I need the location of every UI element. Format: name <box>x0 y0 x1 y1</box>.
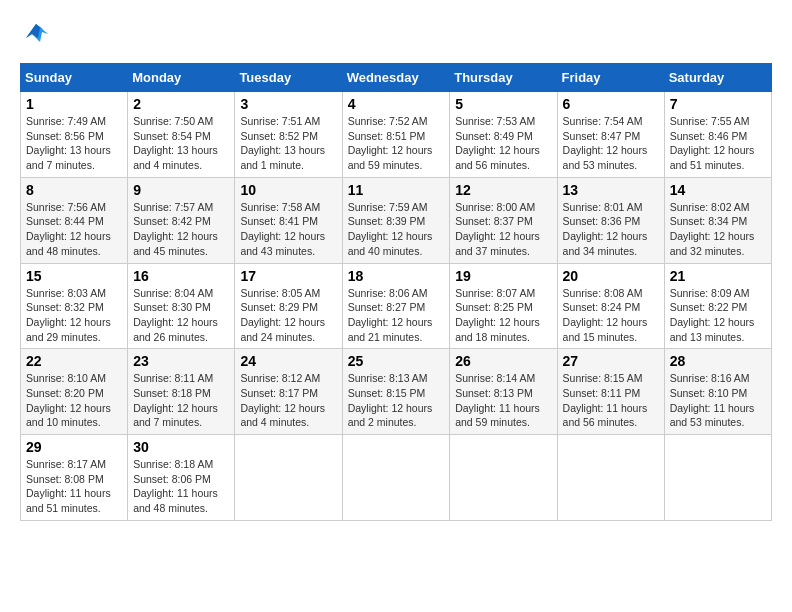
logo-bird-icon <box>22 20 50 48</box>
calendar-cell <box>557 435 664 521</box>
day-number: 15 <box>26 268 122 284</box>
calendar-cell <box>450 435 557 521</box>
header-day-friday: Friday <box>557 64 664 92</box>
calendar-cell: 27 Sunrise: 8:15 AMSunset: 8:11 PMDaylig… <box>557 349 664 435</box>
header-row: SundayMondayTuesdayWednesdayThursdayFrid… <box>21 64 772 92</box>
header-day-sunday: Sunday <box>21 64 128 92</box>
day-number: 23 <box>133 353 229 369</box>
day-info: Sunrise: 7:51 AMSunset: 8:52 PMDaylight:… <box>240 115 325 171</box>
day-number: 19 <box>455 268 551 284</box>
calendar-cell: 6 Sunrise: 7:54 AMSunset: 8:47 PMDayligh… <box>557 92 664 178</box>
calendar-cell: 10 Sunrise: 7:58 AMSunset: 8:41 PMDaylig… <box>235 177 342 263</box>
day-info: Sunrise: 8:05 AMSunset: 8:29 PMDaylight:… <box>240 287 325 343</box>
calendar-header: SundayMondayTuesdayWednesdayThursdayFrid… <box>21 64 772 92</box>
day-number: 20 <box>563 268 659 284</box>
calendar-cell: 13 Sunrise: 8:01 AMSunset: 8:36 PMDaylig… <box>557 177 664 263</box>
day-info: Sunrise: 7:56 AMSunset: 8:44 PMDaylight:… <box>26 201 111 257</box>
day-number: 26 <box>455 353 551 369</box>
day-number: 4 <box>348 96 445 112</box>
day-info: Sunrise: 7:55 AMSunset: 8:46 PMDaylight:… <box>670 115 755 171</box>
day-info: Sunrise: 8:08 AMSunset: 8:24 PMDaylight:… <box>563 287 648 343</box>
week-row-2: 8 Sunrise: 7:56 AMSunset: 8:44 PMDayligh… <box>21 177 772 263</box>
day-number: 1 <box>26 96 122 112</box>
day-info: Sunrise: 8:07 AMSunset: 8:25 PMDaylight:… <box>455 287 540 343</box>
day-info: Sunrise: 8:04 AMSunset: 8:30 PMDaylight:… <box>133 287 218 343</box>
header-day-tuesday: Tuesday <box>235 64 342 92</box>
header-day-monday: Monday <box>128 64 235 92</box>
logo <box>20 20 50 53</box>
calendar-body: 1 Sunrise: 7:49 AMSunset: 8:56 PMDayligh… <box>21 92 772 521</box>
day-number: 14 <box>670 182 766 198</box>
calendar-cell: 11 Sunrise: 7:59 AMSunset: 8:39 PMDaylig… <box>342 177 450 263</box>
day-info: Sunrise: 7:53 AMSunset: 8:49 PMDaylight:… <box>455 115 540 171</box>
calendar-cell: 14 Sunrise: 8:02 AMSunset: 8:34 PMDaylig… <box>664 177 771 263</box>
day-number: 27 <box>563 353 659 369</box>
calendar-cell <box>235 435 342 521</box>
day-number: 10 <box>240 182 336 198</box>
calendar-cell: 23 Sunrise: 8:11 AMSunset: 8:18 PMDaylig… <box>128 349 235 435</box>
calendar-cell: 2 Sunrise: 7:50 AMSunset: 8:54 PMDayligh… <box>128 92 235 178</box>
day-number: 12 <box>455 182 551 198</box>
day-number: 13 <box>563 182 659 198</box>
calendar-cell: 30 Sunrise: 8:18 AMSunset: 8:06 PMDaylig… <box>128 435 235 521</box>
day-number: 9 <box>133 182 229 198</box>
header-day-wednesday: Wednesday <box>342 64 450 92</box>
day-info: Sunrise: 8:11 AMSunset: 8:18 PMDaylight:… <box>133 372 218 428</box>
day-number: 11 <box>348 182 445 198</box>
calendar-cell: 25 Sunrise: 8:13 AMSunset: 8:15 PMDaylig… <box>342 349 450 435</box>
calendar-cell: 9 Sunrise: 7:57 AMSunset: 8:42 PMDayligh… <box>128 177 235 263</box>
day-info: Sunrise: 8:10 AMSunset: 8:20 PMDaylight:… <box>26 372 111 428</box>
day-info: Sunrise: 7:58 AMSunset: 8:41 PMDaylight:… <box>240 201 325 257</box>
day-info: Sunrise: 8:17 AMSunset: 8:08 PMDaylight:… <box>26 458 111 514</box>
day-info: Sunrise: 7:54 AMSunset: 8:47 PMDaylight:… <box>563 115 648 171</box>
day-number: 25 <box>348 353 445 369</box>
day-number: 2 <box>133 96 229 112</box>
header-day-saturday: Saturday <box>664 64 771 92</box>
calendar-cell <box>664 435 771 521</box>
day-info: Sunrise: 8:16 AMSunset: 8:10 PMDaylight:… <box>670 372 755 428</box>
calendar-cell: 24 Sunrise: 8:12 AMSunset: 8:17 PMDaylig… <box>235 349 342 435</box>
day-info: Sunrise: 7:57 AMSunset: 8:42 PMDaylight:… <box>133 201 218 257</box>
day-info: Sunrise: 8:06 AMSunset: 8:27 PMDaylight:… <box>348 287 433 343</box>
day-info: Sunrise: 8:02 AMSunset: 8:34 PMDaylight:… <box>670 201 755 257</box>
day-number: 17 <box>240 268 336 284</box>
day-number: 21 <box>670 268 766 284</box>
day-number: 8 <box>26 182 122 198</box>
week-row-1: 1 Sunrise: 7:49 AMSunset: 8:56 PMDayligh… <box>21 92 772 178</box>
day-number: 7 <box>670 96 766 112</box>
header-day-thursday: Thursday <box>450 64 557 92</box>
calendar-cell: 26 Sunrise: 8:14 AMSunset: 8:13 PMDaylig… <box>450 349 557 435</box>
day-number: 6 <box>563 96 659 112</box>
calendar-cell: 21 Sunrise: 8:09 AMSunset: 8:22 PMDaylig… <box>664 263 771 349</box>
calendar-cell: 18 Sunrise: 8:06 AMSunset: 8:27 PMDaylig… <box>342 263 450 349</box>
day-info: Sunrise: 8:18 AMSunset: 8:06 PMDaylight:… <box>133 458 218 514</box>
calendar-cell: 16 Sunrise: 8:04 AMSunset: 8:30 PMDaylig… <box>128 263 235 349</box>
calendar-table: SundayMondayTuesdayWednesdayThursdayFrid… <box>20 63 772 521</box>
day-info: Sunrise: 8:09 AMSunset: 8:22 PMDaylight:… <box>670 287 755 343</box>
calendar-cell: 19 Sunrise: 8:07 AMSunset: 8:25 PMDaylig… <box>450 263 557 349</box>
day-number: 28 <box>670 353 766 369</box>
day-info: Sunrise: 8:13 AMSunset: 8:15 PMDaylight:… <box>348 372 433 428</box>
day-number: 29 <box>26 439 122 455</box>
day-number: 24 <box>240 353 336 369</box>
week-row-3: 15 Sunrise: 8:03 AMSunset: 8:32 PMDaylig… <box>21 263 772 349</box>
week-row-4: 22 Sunrise: 8:10 AMSunset: 8:20 PMDaylig… <box>21 349 772 435</box>
calendar-cell: 12 Sunrise: 8:00 AMSunset: 8:37 PMDaylig… <box>450 177 557 263</box>
calendar-cell: 20 Sunrise: 8:08 AMSunset: 8:24 PMDaylig… <box>557 263 664 349</box>
calendar-cell: 3 Sunrise: 7:51 AMSunset: 8:52 PMDayligh… <box>235 92 342 178</box>
page-header <box>20 20 772 53</box>
day-info: Sunrise: 7:49 AMSunset: 8:56 PMDaylight:… <box>26 115 111 171</box>
day-number: 30 <box>133 439 229 455</box>
calendar-cell: 4 Sunrise: 7:52 AMSunset: 8:51 PMDayligh… <box>342 92 450 178</box>
day-info: Sunrise: 8:03 AMSunset: 8:32 PMDaylight:… <box>26 287 111 343</box>
calendar-cell: 8 Sunrise: 7:56 AMSunset: 8:44 PMDayligh… <box>21 177 128 263</box>
day-number: 5 <box>455 96 551 112</box>
calendar-cell: 5 Sunrise: 7:53 AMSunset: 8:49 PMDayligh… <box>450 92 557 178</box>
day-info: Sunrise: 7:59 AMSunset: 8:39 PMDaylight:… <box>348 201 433 257</box>
day-number: 16 <box>133 268 229 284</box>
week-row-5: 29 Sunrise: 8:17 AMSunset: 8:08 PMDaylig… <box>21 435 772 521</box>
calendar-cell: 17 Sunrise: 8:05 AMSunset: 8:29 PMDaylig… <box>235 263 342 349</box>
day-info: Sunrise: 8:01 AMSunset: 8:36 PMDaylight:… <box>563 201 648 257</box>
calendar-cell: 28 Sunrise: 8:16 AMSunset: 8:10 PMDaylig… <box>664 349 771 435</box>
calendar-cell <box>342 435 450 521</box>
